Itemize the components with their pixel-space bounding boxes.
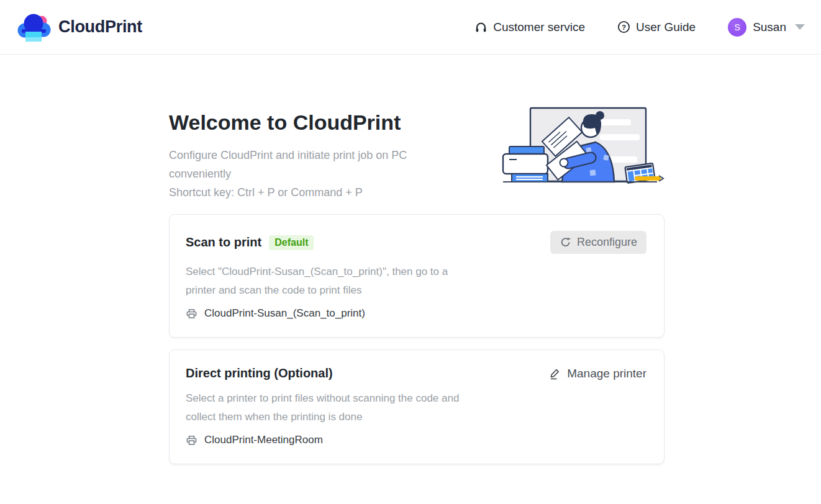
svg-text:?: ? xyxy=(622,24,626,31)
customer-service-label: Customer service xyxy=(493,20,585,34)
headset-icon xyxy=(474,20,488,34)
user-guide-label: User Guide xyxy=(636,20,696,34)
hero-subtitle-text: Configure CloudPrint and initiate print … xyxy=(169,149,407,180)
hero-subtitle: Configure CloudPrint and initiate print … xyxy=(169,146,450,202)
app-header: CloudPrint Customer service ? User Guide xyxy=(0,0,821,55)
user-menu[interactable]: S Susan xyxy=(728,18,805,37)
brand-name: CloudPrint xyxy=(58,17,142,37)
user-name: Susan xyxy=(753,20,786,34)
chevron-down-icon xyxy=(795,24,805,30)
main-content: Welcome to CloudPrint Configure CloudPri… xyxy=(0,55,821,464)
direct-printing-card: Direct printing (Optional) Manage printe… xyxy=(169,349,665,464)
manage-printer-label: Manage printer xyxy=(567,367,646,380)
header-nav: Customer service ? User Guide S Susan xyxy=(474,18,805,37)
scan-to-print-description: Select "CloudPrint-Susan_(Scan_to_print)… xyxy=(186,263,473,300)
scan-printer-row: CloudPrint-Susan_(Scan_to_print) xyxy=(186,307,646,320)
direct-printing-title: Direct printing (Optional) xyxy=(186,366,333,380)
hero-shortcut-text: Shortcut key: Ctrl + P or Command + P xyxy=(169,183,450,202)
reconfigure-button[interactable]: Reconfigure xyxy=(550,231,646,254)
scan-to-print-card: Scan to print Default Reconfigure Select… xyxy=(169,214,665,338)
direct-printer-name: CloudPrint-MeetingRoom xyxy=(204,434,323,446)
direct-printer-row: CloudPrint-MeetingRoom xyxy=(186,434,646,446)
printer-icon xyxy=(186,434,197,446)
edit-icon xyxy=(548,367,561,380)
question-circle-icon: ? xyxy=(617,20,630,34)
default-badge: Default xyxy=(269,235,314,250)
refresh-icon xyxy=(560,236,571,248)
brand: CloudPrint xyxy=(16,12,142,42)
cloudprint-logo-icon xyxy=(16,12,52,42)
customer-service-button[interactable]: Customer service xyxy=(474,20,585,34)
hero-section: Welcome to CloudPrint Configure CloudPri… xyxy=(169,110,665,202)
printer-icon xyxy=(186,308,197,320)
scan-printer-name: CloudPrint-Susan_(Scan_to_print) xyxy=(204,307,365,320)
reconfigure-label: Reconfigure xyxy=(577,236,637,249)
manage-printer-button[interactable]: Manage printer xyxy=(548,367,646,380)
scan-to-print-title: Scan to print xyxy=(186,235,261,250)
avatar: S xyxy=(728,18,746,37)
printing-illustration xyxy=(502,103,665,185)
direct-printing-description: Select a printer to print files without … xyxy=(186,389,473,426)
user-guide-button[interactable]: ? User Guide xyxy=(617,20,696,34)
